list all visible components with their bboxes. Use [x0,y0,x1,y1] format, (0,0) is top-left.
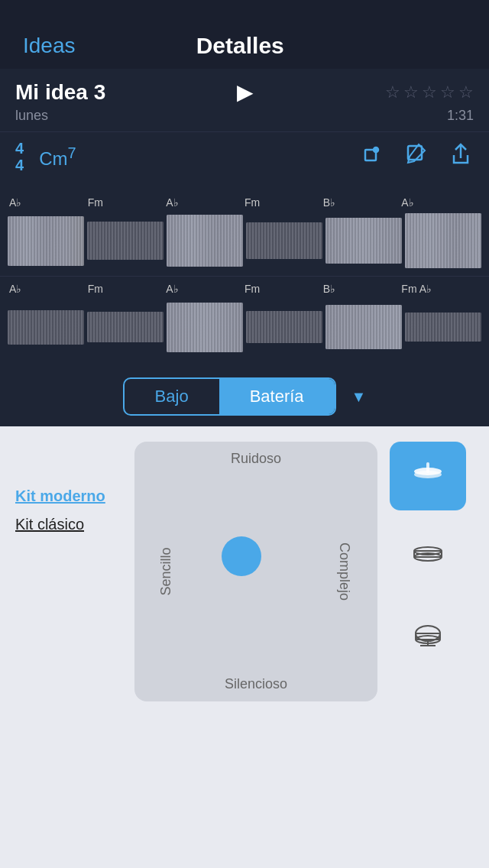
controls-bar: 4 4 Cm7 [0,131,489,184]
edit-button[interactable] [403,141,429,172]
star-rating[interactable]: ☆ ☆ ☆ ☆ ☆ [385,83,474,102]
track-label: Fm [88,283,167,295]
star-5[interactable]: ☆ [458,83,474,102]
wf-seg [246,222,322,259]
wf-seg [8,216,84,266]
xy-label-noisy: Ruidoso [231,451,281,467]
drum-bass[interactable] [390,598,466,666]
xy-pad[interactable]: Ruidoso Silencioso Sencillo Complejo [134,442,377,701]
song-header: Mi idea 3 ▶ ☆ ☆ ☆ ☆ ☆ lunes 1:31 [0,69,489,131]
waveform-track-2: A♭ Fm A♭ Fm B♭ Fm A♭ [0,277,489,362]
track-label: Fm [244,196,323,209]
wf-seg [325,218,402,264]
waveform-area: A♭ Fm A♭ Fm B♭ A♭ A♭ Fm A♭ Fm B♭ Fm A♭ [0,184,489,368]
track-label: Fm [88,196,167,209]
drum-icons [390,442,474,701]
wf-seg [87,312,164,342]
kit-clasico[interactable]: Kit clásico [15,516,122,533]
song-day: lunes [15,108,48,124]
svg-point-1 [374,147,378,152]
xy-label-silent: Silencioso [225,676,287,692]
track-label: A♭ [166,283,244,295]
track-label: A♭ [9,196,88,209]
star-3[interactable]: ☆ [422,83,437,102]
svg-point-5 [414,471,442,478]
instrument-tabs: Bajo Batería [123,377,336,416]
track-label: Fm [244,283,323,295]
star-4[interactable]: ☆ [440,83,455,102]
track-label: B♭ [323,196,402,209]
wf-seg [167,215,243,267]
instrument-panel: Kit moderno Kit clásico Ruidoso Silencio… [0,426,489,717]
track-label: A♭ [401,196,480,209]
track-1-waveform [0,210,489,271]
wf-seg [87,222,164,260]
wf-seg [325,305,402,349]
page-title: Detalles [196,33,284,59]
back-button[interactable]: Ideas [23,34,76,58]
tab-bajo[interactable]: Bajo [125,379,219,414]
chord-label: Cm7 [39,144,76,170]
song-title: Mi idea 3 [15,80,105,105]
wf-seg [405,313,481,342]
track-1-labels: A♭ Fm A♭ Fm B♭ A♭ [0,195,489,210]
star-2[interactable]: ☆ [403,83,419,102]
time-signature: 4 4 [15,140,24,173]
dropdown-arrow[interactable]: ▼ [351,388,367,406]
xy-dot[interactable] [222,536,261,576]
track-label: A♭ [166,196,244,209]
waveform-track-1: A♭ Fm A♭ Fm B♭ A♭ [0,190,489,277]
song-title-row: Mi idea 3 ▶ ☆ ☆ ☆ ☆ ☆ [15,79,474,105]
track-label: A♭ [9,283,88,295]
kit-list: Kit moderno Kit clásico [15,442,122,701]
track-label: B♭ [323,283,402,295]
nav-bar: Ideas Detalles [0,0,489,69]
track-2-waveform [0,296,489,358]
xy-label-complex: Complejo [335,542,351,601]
wf-seg [167,303,243,352]
track-2-labels: A♭ Fm A♭ Fm B♭ Fm A♭ [0,281,489,296]
xy-label-simple: Sencillo [158,547,174,595]
wf-seg [246,311,322,343]
tab-bar: Bajo Batería ▼ [0,368,489,426]
kit-moderno[interactable]: Kit moderno [15,487,122,505]
drum-snare[interactable] [390,520,466,588]
song-duration: 1:31 [447,108,474,124]
loop-button[interactable] [359,144,385,170]
star-1[interactable]: ☆ [385,83,400,102]
play-button[interactable]: ▶ [237,79,254,105]
track-label: Fm A♭ [401,283,480,295]
song-meta-row: lunes 1:31 [15,108,474,124]
tab-bateria[interactable]: Batería [219,379,335,414]
wf-seg [405,213,481,268]
wf-seg [8,310,84,345]
drum-hihat[interactable] [390,442,466,510]
share-button[interactable] [448,141,474,172]
